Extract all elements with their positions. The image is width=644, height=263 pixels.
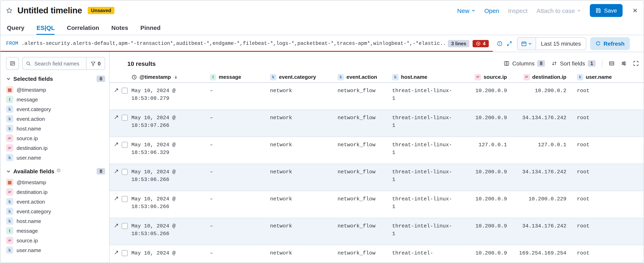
cell-message: – <box>210 83 270 109</box>
columns-button[interactable]: Columns 8 <box>504 60 545 67</box>
field-type-ip-icon: IP <box>6 188 13 196</box>
chevron-down-icon <box>6 169 11 174</box>
column-header-source.ip[interactable]: IPsource.ip <box>453 74 507 80</box>
attach-to-case-button[interactable]: Attach to case <box>536 7 581 14</box>
row-checkbox[interactable] <box>122 169 128 175</box>
expand-event-button[interactable] <box>114 196 119 201</box>
inspect-button[interactable]: Inspect <box>508 7 528 14</box>
close-icon[interactable] <box>632 8 638 13</box>
field-item-user.name[interactable]: kuser.name <box>6 153 105 162</box>
density-icon[interactable] <box>609 61 614 66</box>
field-item-host.name[interactable]: khost.name <box>6 124 105 133</box>
calendar-icon <box>521 41 527 46</box>
expand-event-button[interactable] <box>114 250 119 255</box>
column-header-@timestamp[interactable]: @timestamp <box>132 74 210 80</box>
row-checkbox[interactable] <box>122 250 128 256</box>
field-item-event.category[interactable]: kevent.category <box>6 104 105 114</box>
selected-fields-section-toggle[interactable]: Selected fields 8 <box>6 75 105 82</box>
cell-event_category: network <box>270 245 338 263</box>
field-item-event.action[interactable]: kevent.action <box>6 114 105 124</box>
field-item-event.category[interactable]: kevent.category <box>6 207 105 216</box>
event-row: May 10, 2024 @ 18:53:08.279–networknetwo… <box>110 83 644 110</box>
field-filter-count: 0 <box>98 60 101 66</box>
field-item-@timestamp[interactable]: ▦@timestamp <box>6 177 105 187</box>
date-quick-select-button[interactable] <box>518 37 536 49</box>
field-item-destination.ip[interactable]: IPdestination.ip <box>6 187 105 197</box>
field-item-destination.ip[interactable]: IPdestination.ip <box>6 143 105 153</box>
field-item-@timestamp[interactable]: ▦@timestamp <box>6 85 105 94</box>
expand-query-icon[interactable] <box>506 41 512 46</box>
field-type-keyword-icon: k <box>338 74 344 80</box>
field-item-source.ip[interactable]: IPsource.ip <box>6 236 105 245</box>
info-icon[interactable] <box>497 41 502 46</box>
column-header-label: event.action <box>346 74 377 80</box>
field-item-message[interactable]: tmessage <box>6 94 105 104</box>
refresh-icon <box>596 41 601 46</box>
field-name: destination.ip <box>16 189 48 195</box>
column-header-event.category[interactable]: kevent.category <box>270 74 338 80</box>
expand-event-button[interactable] <box>114 169 119 174</box>
grid-header: @timestamptmessagekevent.categorykevent.… <box>110 71 644 83</box>
field-item-host.name[interactable]: khost.name <box>6 216 105 226</box>
new-button[interactable]: New <box>457 7 476 14</box>
tab-pinned[interactable]: Pinned <box>140 20 160 35</box>
field-name: host.name <box>16 125 41 131</box>
column-header-label: event.category <box>279 74 316 80</box>
field-type-date-icon: ▦ <box>6 179 13 186</box>
column-header-destination.ip[interactable]: IPdestination.ip <box>507 74 566 80</box>
sort-fields-button[interactable]: Sort fields 1 <box>552 60 596 67</box>
cell-user_name: root <box>566 137 639 164</box>
field-item-event.action[interactable]: kevent.action <box>6 197 105 207</box>
tab-esql[interactable]: ES|QL <box>36 20 55 35</box>
fields-panel-toggle-button[interactable] <box>6 57 19 70</box>
cell-user_name: root <box>566 164 639 191</box>
field-item-source.ip[interactable]: IPsource.ip <box>6 133 105 143</box>
cell-event_category: network <box>270 218 338 245</box>
clock-icon <box>132 74 137 80</box>
time-range-label[interactable]: Last 15 minutes <box>536 40 586 47</box>
column-header-event.action[interactable]: kevent.action <box>338 74 392 80</box>
refresh-button[interactable]: Refresh <box>590 37 630 50</box>
available-fields-section-toggle[interactable]: Available fields 8 <box>6 168 105 175</box>
tab-query[interactable]: Query <box>7 20 24 35</box>
save-button[interactable]: Save <box>590 4 622 17</box>
cell-source_ip: 127.0.0.1 <box>453 137 507 164</box>
cell-source_ip: 10.200.0.9 <box>453 191 507 218</box>
timeline-title: Untitled timeline <box>18 6 82 15</box>
column-header-user.name[interactable]: kuser.name <box>566 74 639 80</box>
tab-correlation[interactable]: Correlation <box>67 20 99 35</box>
chevron-down-icon <box>528 41 532 45</box>
field-type-keyword-icon: k <box>6 217 13 225</box>
row-checkbox[interactable] <box>122 142 128 148</box>
expand-event-button[interactable] <box>114 142 119 147</box>
field-type-keyword-icon: k <box>6 198 13 205</box>
field-search-input[interactable] <box>34 60 83 67</box>
row-checkbox[interactable] <box>122 223 128 229</box>
esql-query-input[interactable]: FROM .alerts-security.alerts-default,apm… <box>0 35 493 52</box>
expand-event-button[interactable] <box>114 88 119 93</box>
cell-event_action: network_flow <box>338 245 392 263</box>
favorite-star-icon[interactable] <box>6 7 12 14</box>
cell-timestamp: May 10, 2024 @ <box>132 245 210 263</box>
field-item-user.name[interactable]: kuser.name <box>6 245 105 255</box>
row-checkbox[interactable] <box>122 115 128 121</box>
cell-event_category: network <box>270 110 338 137</box>
error-count-badge[interactable]: 4 <box>473 40 489 47</box>
column-header-message[interactable]: tmessage <box>210 74 270 80</box>
expand-event-button[interactable] <box>114 223 119 228</box>
toolbar-divider <box>602 59 602 67</box>
open-button[interactable]: Open <box>484 7 499 14</box>
expand-event-button[interactable] <box>114 115 119 120</box>
field-item-message[interactable]: tmessage <box>6 226 105 236</box>
row-checkbox[interactable] <box>122 88 128 94</box>
cell-event_action: network_flow <box>338 164 392 191</box>
cell-destination_ip: 127.0.0.1 <box>507 137 566 164</box>
grid-options-icon[interactable] <box>621 61 626 66</box>
fullscreen-icon[interactable] <box>633 61 639 66</box>
column-header-host.name[interactable]: khost.name <box>392 74 453 80</box>
field-type-keyword-icon: k <box>577 74 583 80</box>
tab-notes[interactable]: Notes <box>112 20 128 35</box>
row-checkbox[interactable] <box>122 196 128 202</box>
field-type-ip-icon: IP <box>6 144 13 152</box>
field-filters-button[interactable]: 0 <box>86 57 105 70</box>
